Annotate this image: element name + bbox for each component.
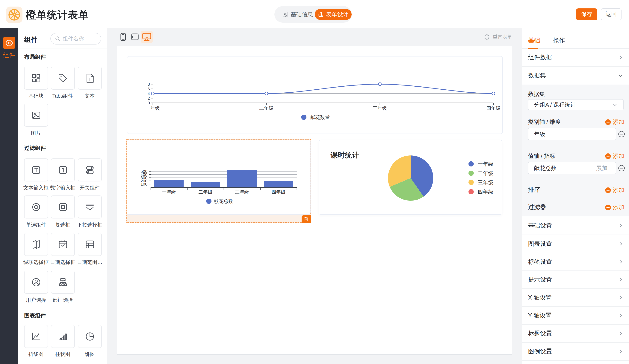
svg-text:三年级: 三年级	[235, 189, 249, 194]
svg-text:二年级: 二年级	[198, 189, 213, 194]
svg-text:一年级: 一年级	[146, 105, 160, 111]
svg-text:二年级: 二年级	[259, 105, 274, 111]
svg-text:献花数量: 献花数量	[310, 114, 330, 120]
svg-text:四年级: 四年级	[478, 189, 493, 195]
svg-text:一年级: 一年级	[162, 189, 176, 194]
svg-text:四年级: 四年级	[272, 189, 286, 194]
svg-text:三年级: 三年级	[478, 180, 493, 185]
svg-text:4: 4	[148, 91, 150, 96]
svg-text:三年级: 三年级	[373, 105, 387, 111]
svg-text:100: 100	[141, 182, 148, 186]
svg-text:一年级: 一年级	[478, 161, 493, 167]
svg-text:6: 6	[148, 87, 150, 91]
svg-text:二年级: 二年级	[478, 170, 493, 176]
svg-text:2: 2	[148, 96, 150, 101]
svg-text:0: 0	[148, 101, 150, 105]
svg-text:献花总数: 献花总数	[214, 198, 233, 204]
svg-text:8: 8	[148, 82, 150, 87]
svg-text:四年级: 四年级	[486, 105, 500, 111]
